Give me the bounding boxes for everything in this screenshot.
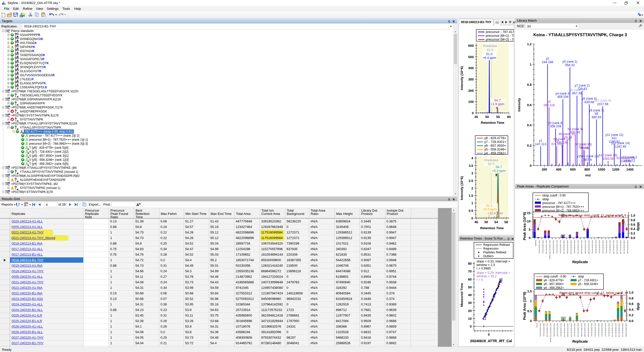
svg-text:y3 (rank 8): y3 (rank 8) <box>548 121 563 125</box>
svg-text:0: 0 <box>488 333 490 336</box>
svg-text:147.113: 147.113 <box>535 142 546 146</box>
svg-text:54: 54 <box>494 220 498 224</box>
svg-text:449.239: 449.239 <box>556 141 568 144</box>
svg-text:Y: Y <box>15 63 17 65</box>
svg-text:0005-240220-A1-ALL: 0005-240220-A1-ALL <box>574 323 575 337</box>
svg-text:558.32: 558.32 <box>565 63 575 67</box>
svg-text:P: P <box>9 182 10 184</box>
svg-text:Predicted: Predicted <box>483 44 497 48</box>
svg-text:Y: Y <box>8 184 10 186</box>
svg-text:15: 15 <box>527 211 531 215</box>
svg-text:Expected: Expected <box>535 240 537 246</box>
svg-text:P: P <box>9 166 10 168</box>
svg-text:54.7: 54.7 <box>496 165 502 169</box>
svg-text:Y: Y <box>15 119 17 122</box>
svg-text:300: 300 <box>468 77 474 81</box>
svg-text:0021-240213-A1-THY_filtered: 0021-240213-A1-THY_filtered <box>549 240 551 259</box>
svg-text:precursor - 787.4177+++: precursor - 787.4177+++ <box>542 201 576 205</box>
svg-text:0019-240213-B1-INA: 0019-240213-B1-INA <box>553 240 554 254</box>
svg-text:20240819_ATTR_iRT_Cal: 20240819_ATTR_iRT_Cal <box>470 339 512 343</box>
svg-text:20: 20 <box>468 309 472 313</box>
svg-text:Replicate: Replicate <box>572 260 588 264</box>
svg-text:P: P <box>9 114 10 115</box>
svg-text:0024-240220-B1-ALL: 0024-240220-B1-ALL <box>595 240 597 254</box>
svg-text:807.9: 807.9 <box>584 158 592 162</box>
svg-text:window = 25.2: window = 25.2 <box>476 275 497 278</box>
svg-text:dotp: dotp <box>578 275 584 278</box>
svg-text:y8 - 829.4778+: y8 - 829.4778+ <box>484 136 506 140</box>
svg-text:0.0: 0.0 <box>629 319 633 323</box>
svg-text:0025-240220-B1-ILR: 0025-240220-B1-ILR <box>602 240 604 253</box>
svg-text:Y: Y <box>8 99 10 102</box>
svg-text:y10 (rank 6): y10 (rank 6) <box>594 99 611 102</box>
svg-text:0021-240213-A1-THY: 0021-240213-A1-THY <box>546 323 548 337</box>
svg-text:0025-240220-A1-ILR: 0025-240220-A1-ILR <box>599 240 600 253</box>
svg-text:763.48: 763.48 <box>580 146 589 150</box>
svg-text:Y: Y <box>8 115 10 118</box>
svg-text:0.4: 0.4 <box>631 227 635 231</box>
svg-text:Y: Y <box>15 55 17 57</box>
svg-text:0.2: 0.2 <box>631 231 635 235</box>
svg-text:0.6: 0.6 <box>527 103 532 107</box>
svg-text:58: 58 <box>504 220 508 224</box>
svg-text:0027-240220-A1-THY: 0027-240220-A1-THY <box>612 323 613 337</box>
svg-text:Y: Y <box>15 47 17 49</box>
svg-text:y5 - 558.3246+: y5 - 558.3246+ <box>484 147 506 151</box>
svg-text:200: 200 <box>542 168 547 171</box>
svg-text:Y: Y <box>15 51 17 53</box>
svg-text:0021-240213-A1-THY_filtered: 0021-240213-A1-THY_filtered <box>550 323 551 342</box>
svg-text:0023-240220-B1-IGD: 0023-240220-B1-IGD <box>588 240 590 254</box>
svg-text:P: P <box>9 122 10 123</box>
svg-text:P: P <box>9 174 10 176</box>
svg-text:0017-240213-B1-ALL: 0017-240213-B1-ALL <box>560 240 561 254</box>
svg-text:idotp cutoff - 0.90: idotp cutoff - 0.90 <box>542 194 566 197</box>
svg-text:0022-240220-A1-INA: 0022-240220-A1-INA <box>581 240 582 254</box>
svg-text:1093.59: 1093.59 <box>602 157 614 161</box>
svg-text:0005-240213-A1-ALL: 0005-240213-A1-ALL <box>542 240 544 254</box>
svg-text:Y: Y <box>15 59 17 61</box>
svg-text:y13 (rank 2: y13 (rank 2 <box>621 155 637 159</box>
svg-text:0026-240220-A1-ALL: 0026-240220-A1-ALL <box>606 240 607 254</box>
svg-text:520.28: 520.28 <box>562 136 572 139</box>
svg-text:0027-240220-B1-THY: 0027-240220-B1-THY <box>616 240 618 254</box>
svg-text:400: 400 <box>468 66 474 70</box>
svg-text:50: 50 <box>468 285 472 289</box>
svg-text:500: 500 <box>468 55 474 59</box>
svg-text:Y: Y <box>8 91 10 94</box>
svg-text:0025-240220-B1-ILR: 0025-240220-B1-ILR <box>601 323 603 336</box>
svg-text:b6 (rank 9): b6 (rank 9) <box>568 127 583 131</box>
svg-text:30: 30 <box>468 301 472 305</box>
svg-text:Y: Y <box>15 35 17 37</box>
svg-text:Replicate: Replicate <box>572 339 588 343</box>
svg-text:Intensity (10^6): Intensity (10^6) <box>460 66 464 90</box>
svg-text:0018-240213-B1-THY: 0018-240213-B1-THY <box>563 240 565 254</box>
svg-text:Peptides Refined: Peptides Refined <box>483 251 506 254</box>
svg-text:Y: Y <box>8 176 10 178</box>
svg-text:Replicates above idotp cutoff:: Replicates above idotp cutoff: 21, below… <box>559 214 626 217</box>
svg-text:precursor [M+2] - 788.0863+++: precursor [M+2] - 788.0863+++ <box>542 209 584 212</box>
svg-text:1000: 1000 <box>598 168 605 171</box>
svg-text:0029-240220-A1-INA: 0029-240220-A1-INA <box>625 323 627 337</box>
svg-text:3: 3 <box>471 171 473 175</box>
svg-text:y8 - 829.4778+: y8 - 829.4778+ <box>544 279 564 282</box>
svg-text:70: 70 <box>468 269 472 273</box>
svg-text:60: 60 <box>507 115 511 119</box>
svg-text:200: 200 <box>468 89 474 93</box>
svg-text:0.2: 0.2 <box>527 144 532 147</box>
svg-text:1.5: 1.5 <box>527 289 532 293</box>
svg-text:y6 - 657.3930+: y6 - 657.3930+ <box>544 282 564 286</box>
svg-text:1: 1 <box>530 63 532 66</box>
svg-text:0021-240213-A1-THY: 0021-240213-A1-THY <box>546 240 547 254</box>
svg-text:Replicates above dotp cutoff:: Replicates above dotp cutoff: 12, below … <box>559 291 628 295</box>
svg-text:0028-240220-A1-THY: 0028-240220-A1-THY <box>618 323 620 337</box>
svg-text:0017-240213-A1-ALL: 0017-240213-A1-ALL <box>556 240 558 254</box>
svg-text:54.7: 54.7 <box>494 98 501 102</box>
svg-text:Y: Y <box>15 95 17 98</box>
svg-text:idotp: idotp <box>542 198 549 201</box>
svg-text:0026-240220-B1-ALL: 0026-240220-B1-ALL <box>608 323 610 337</box>
svg-text:0.0: 0.0 <box>631 236 635 240</box>
svg-text:y12 (rank 14): y12 (rank 14) <box>611 141 630 145</box>
svg-text:precursor [M+2] - 788: precursor [M+2] - 788 <box>486 37 514 41</box>
svg-text:Predicted: Predicted <box>484 158 498 162</box>
svg-text:0: 0 <box>472 111 474 115</box>
